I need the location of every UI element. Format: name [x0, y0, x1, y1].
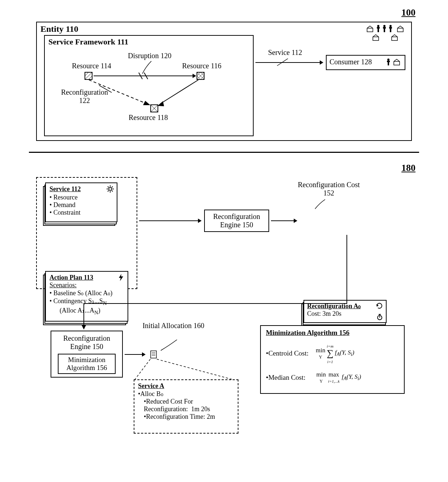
resource-118-icon [150, 104, 158, 112]
cost-leader [314, 199, 332, 210]
arrow-114-118 [89, 79, 154, 108]
arrow-service [255, 59, 324, 73]
svg-marker-10 [143, 101, 150, 105]
consumer-label: Consumer 128 [329, 58, 372, 66]
median-min-sub: Y [319, 379, 323, 384]
cost-label: Reconfiguration Cost 152 [296, 181, 361, 197]
resource-116-label: Resource 116 [182, 62, 221, 70]
resource-114-label: Resource 114 [72, 62, 111, 70]
service-demand: Demand [53, 201, 76, 208]
engine-box-2: Reconfiguration Engine 150 Minimization … [51, 331, 123, 378]
svg-point-0 [377, 25, 379, 27]
service-constraint: Constraint [53, 209, 81, 216]
disruption-leader [141, 61, 155, 76]
initial-alloc-label: Initial Allocation 160 [141, 322, 206, 330]
median-min: min [316, 371, 326, 378]
median-max-sub: i=1,...k [328, 379, 340, 383]
svg-marker-6 [193, 74, 196, 78]
median-max: max [328, 371, 339, 378]
arrow-116-118 [155, 79, 206, 108]
service-resource: Resource [53, 194, 78, 201]
consumer-icons [386, 58, 402, 68]
reconfig-leader [97, 85, 115, 94]
centroid-min: min [316, 347, 325, 354]
sum-sign: ∑ [327, 348, 333, 358]
service-a-box: Service A •Alloc B₀ •Reduced Cost For Re… [134, 379, 238, 434]
arrow-engine2-alloc [125, 350, 146, 359]
gear-icon [107, 185, 114, 193]
min-alg-title: Minimization Algorithm 156 [266, 329, 399, 337]
entity-box: Entity 110 Service Framework 111 Resourc… [36, 22, 412, 141]
reduced-cost-label: Reduced Cost For Reconfiguration: [144, 398, 193, 413]
svg-marker-13 [158, 101, 164, 106]
service-card-title: Service 112 [49, 185, 81, 193]
engine-label-2: Reconfiguration Engine 150 [54, 334, 119, 351]
sum-bot: i=1 [327, 360, 333, 364]
svg-line-12 [160, 80, 198, 104]
median-label: Median Cost: [268, 374, 306, 382]
service-a-title: Service A [138, 382, 234, 390]
framework-label: Service Framework 111 [48, 37, 128, 47]
svg-marker-38 [142, 352, 146, 357]
centroid-sub: Y [319, 354, 322, 360]
svg-marker-36 [82, 325, 86, 330]
figure-divider [29, 152, 419, 153]
min-alg-panel: Minimization Algorithm 156 • Centroid Co… [260, 325, 405, 394]
service-a-alloc: Alloc B₀ [140, 390, 163, 397]
resource-118-label: Resource 118 [129, 113, 168, 122]
svg-line-26 [112, 186, 113, 188]
cycle-icon [376, 302, 383, 309]
svg-marker-30 [294, 219, 297, 223]
consumer-box: Consumer 128 [326, 55, 405, 70]
svg-point-1 [383, 25, 385, 27]
disruption-label: Disruption 120 [128, 52, 172, 60]
svg-point-17 [387, 59, 389, 61]
svg-line-44 [157, 359, 235, 380]
fig-ref-100: 100 [401, 7, 415, 18]
min-alg-inner: Minimization Algorithm 156 [58, 354, 116, 374]
resource-114-icon [85, 72, 92, 80]
resource-116-icon [197, 72, 204, 80]
svg-marker-16 [320, 60, 323, 65]
svg-line-23 [108, 186, 109, 188]
centroid-label: Centroid Cost: [268, 349, 309, 357]
fig-ref-180: 180 [401, 163, 415, 173]
stopwatch-icon [376, 314, 383, 320]
reconfig-time-value: 2m [207, 413, 215, 420]
svg-marker-28 [198, 219, 202, 223]
service-card: Service 112 • Resource • Demand • Constr… [45, 182, 117, 222]
service-112-label: Service 112 [268, 48, 302, 57]
arrow-input-engine [139, 217, 202, 225]
svg-line-43 [134, 359, 150, 380]
engine-box-1: Reconfiguration Engine 150 [204, 210, 269, 232]
svg-point-2 [389, 25, 392, 27]
svg-rect-39 [151, 351, 156, 358]
reconfig-time-label: Reconfiguration Time: [146, 413, 205, 420]
service-framework-box: Service Framework 111 Resource 114 Resou… [44, 35, 254, 136]
svg-line-25 [108, 190, 109, 191]
svg-line-24 [112, 190, 113, 191]
entity-label: Entity 110 [40, 24, 78, 34]
svg-line-11 [99, 85, 112, 92]
arrow-cost-to-engine2 [79, 235, 354, 332]
reduced-cost-value: 1m 20s [191, 405, 210, 413]
entity-icons [364, 25, 408, 43]
allocation-icon [150, 350, 157, 358]
svg-point-18 [109, 188, 112, 190]
alloc-leader [159, 340, 181, 352]
svg-marker-31 [376, 304, 379, 307]
arrow-engine-cost [271, 217, 298, 225]
